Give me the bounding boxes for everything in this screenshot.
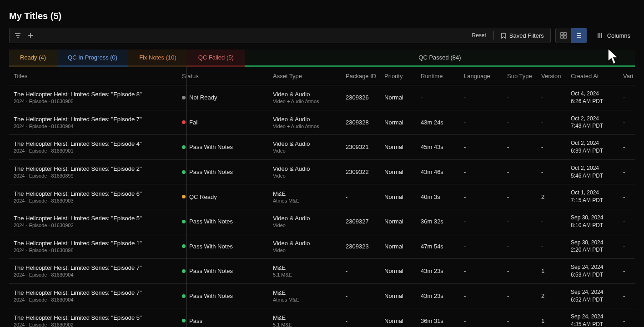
variant: - bbox=[619, 234, 635, 259]
variant: - bbox=[619, 259, 635, 284]
title-main: The Helicopter Heist: Limited Series: "E… bbox=[14, 190, 173, 197]
priority: Normal bbox=[380, 209, 416, 234]
asset-type-main: Video & Audio bbox=[273, 140, 337, 147]
columns-icon bbox=[596, 32, 604, 39]
col-created-at[interactable]: Created At bbox=[566, 67, 619, 85]
table-row[interactable]: The Helicopter Heist: Limited Series: "E… bbox=[9, 85, 635, 110]
status-dot-icon bbox=[182, 170, 186, 174]
columns-label: Columns bbox=[607, 32, 630, 39]
grid-view-button[interactable] bbox=[556, 28, 571, 43]
package-id: - bbox=[341, 259, 380, 284]
created-date: Oct 2, 2024 bbox=[571, 115, 614, 123]
asset-type-main: M&E bbox=[273, 190, 337, 197]
col-priority[interactable]: Priority bbox=[380, 67, 416, 85]
table-row[interactable]: The Helicopter Heist: Limited Series: "E… bbox=[9, 110, 635, 135]
bookmark-icon bbox=[500, 32, 507, 39]
asset-type-main: Video & Audio bbox=[273, 165, 337, 172]
asset-type-sub: Atmos M&E bbox=[273, 198, 337, 203]
col-language[interactable]: Language bbox=[459, 67, 503, 85]
created-date: Sep 30, 2024 bbox=[571, 239, 614, 247]
version: - bbox=[537, 85, 566, 110]
language: - bbox=[459, 259, 503, 284]
runtime: 43m 24s bbox=[416, 110, 459, 135]
status-dot-icon bbox=[182, 145, 186, 149]
col-titles[interactable]: Titles bbox=[9, 67, 177, 85]
list-icon bbox=[575, 32, 583, 39]
created-date: Oct 1, 2024 bbox=[571, 189, 614, 197]
tab-failed[interactable]: QC Failed (5) bbox=[187, 50, 245, 67]
asset-type-sub: 5.1 M&E bbox=[273, 322, 337, 327]
variant: - bbox=[619, 159, 635, 184]
grid-icon bbox=[560, 32, 567, 39]
status-dot-icon bbox=[182, 269, 186, 273]
variant: - bbox=[619, 85, 635, 110]
asset-type-main: M&E bbox=[273, 289, 337, 296]
col-asset-type[interactable]: Asset Type bbox=[268, 67, 341, 85]
status-dot-icon bbox=[182, 120, 186, 124]
table-container: Titles Status Asset Type Package ID Prio… bbox=[9, 67, 635, 327]
table-row[interactable]: The Helicopter Heist: Limited Series: "E… bbox=[9, 184, 635, 209]
svg-rect-0 bbox=[561, 33, 563, 35]
status-cell: Not Ready bbox=[182, 94, 264, 101]
version: - bbox=[537, 159, 566, 184]
list-view-button[interactable] bbox=[571, 28, 587, 43]
runtime: - bbox=[416, 85, 459, 110]
title-main: The Helicopter Heist: Limited Series: "E… bbox=[14, 91, 173, 98]
status-label: Pass With Notes bbox=[189, 168, 233, 175]
status-dot-icon bbox=[182, 244, 186, 248]
created-time: 7:15 AM PDT bbox=[571, 197, 614, 204]
col-sub-type[interactable]: Sub Type bbox=[503, 67, 537, 85]
filter-icon[interactable] bbox=[13, 31, 22, 40]
title-main: The Helicopter Heist: Limited Series: "E… bbox=[14, 314, 173, 321]
col-runtime[interactable]: Runtime bbox=[416, 67, 459, 85]
package-id: 2309327 bbox=[341, 209, 380, 234]
priority: Normal bbox=[380, 308, 416, 327]
col-status[interactable]: Status bbox=[177, 67, 268, 85]
asset-type-main: Video & Audio bbox=[273, 240, 337, 247]
package-id: - bbox=[341, 184, 380, 209]
asset-type-main: Video & Audio bbox=[273, 116, 337, 123]
status-cell: Pass With Notes bbox=[182, 243, 264, 250]
columns-button[interactable]: Columns bbox=[592, 29, 635, 42]
version: - bbox=[537, 209, 566, 234]
add-filter-icon[interactable] bbox=[26, 31, 35, 40]
created-date: Sep 24, 2024 bbox=[571, 288, 614, 296]
svg-rect-2 bbox=[561, 36, 563, 38]
title-main: The Helicopter Heist: Limited Series: "E… bbox=[14, 140, 173, 147]
table-row[interactable]: The Helicopter Heist: Limited Series: "E… bbox=[9, 308, 635, 327]
status-cell: Pass With Notes bbox=[182, 268, 264, 274]
sub-type: - bbox=[503, 85, 537, 110]
saved-filters-button[interactable]: Saved Filters bbox=[498, 30, 547, 41]
table-row[interactable]: The Helicopter Heist: Limited Series: "E… bbox=[9, 159, 635, 184]
tab-progress[interactable]: QC In Progress (0) bbox=[57, 50, 128, 67]
title-meta: 2024 · Episode · 81630901 bbox=[14, 148, 173, 154]
status-label: Not Ready bbox=[189, 94, 217, 101]
tab-passed[interactable]: QC Passed (84) bbox=[245, 50, 635, 67]
created-time: 5:46 AM PDT bbox=[571, 172, 614, 180]
status-label: QC Ready bbox=[189, 193, 217, 200]
priority: Normal bbox=[380, 85, 416, 110]
table-row[interactable]: The Helicopter Heist: Limited Series: "E… bbox=[9, 234, 635, 259]
col-package-id[interactable]: Package ID bbox=[341, 67, 380, 85]
status-dot-icon bbox=[182, 294, 186, 298]
created-time: 6:53 AM PDT bbox=[571, 271, 614, 279]
status-label: Pass With Notes bbox=[189, 292, 233, 299]
status-dot-icon bbox=[182, 96, 186, 99]
language: - bbox=[459, 209, 503, 234]
runtime: 47m 54s bbox=[416, 234, 459, 259]
asset-type-sub: 5.1 M&E bbox=[273, 272, 337, 277]
tab-fix-notes[interactable]: Fix Notes (10) bbox=[128, 50, 187, 67]
table-row[interactable]: The Helicopter Heist: Limited Series: "E… bbox=[9, 283, 635, 308]
table-row[interactable]: The Helicopter Heist: Limited Series: "E… bbox=[9, 209, 635, 234]
reset-button[interactable]: Reset bbox=[468, 30, 489, 40]
variant: - bbox=[619, 308, 635, 327]
status-cell: Pass bbox=[182, 317, 264, 324]
asset-type-main: M&E bbox=[273, 314, 337, 321]
table-row[interactable]: The Helicopter Heist: Limited Series: "E… bbox=[9, 135, 635, 160]
sub-type: - bbox=[503, 308, 537, 327]
tab-ready[interactable]: Ready (4) bbox=[9, 50, 57, 67]
col-version[interactable]: Version bbox=[537, 67, 566, 85]
col-variant[interactable]: Vari bbox=[619, 67, 635, 85]
runtime: 43m 46s bbox=[416, 159, 459, 184]
table-row[interactable]: The Helicopter Heist: Limited Series: "E… bbox=[9, 259, 635, 284]
